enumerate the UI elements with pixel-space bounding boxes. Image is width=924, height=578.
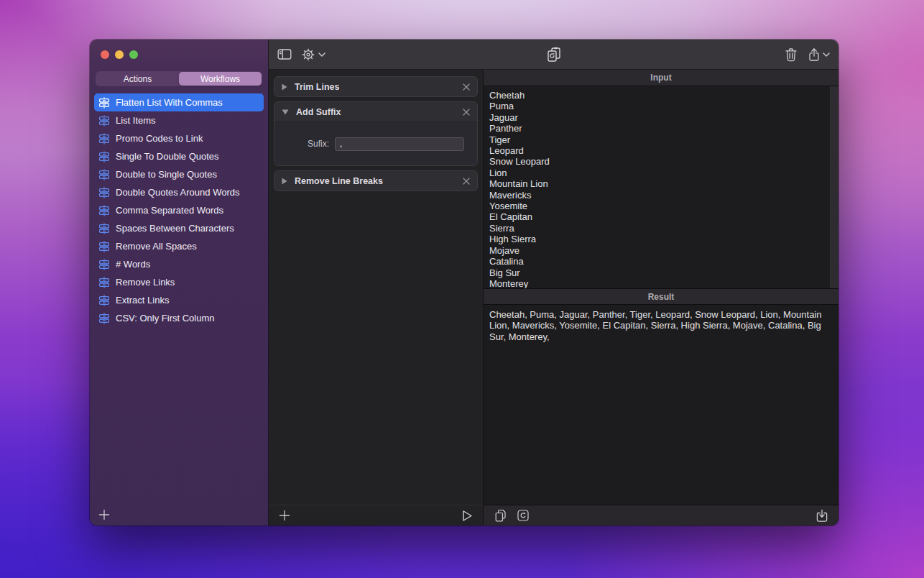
- workflow-list-item[interactable]: Spaces Between Characters: [94, 219, 264, 237]
- tab-actions[interactable]: Actions: [96, 72, 179, 86]
- input-line: Mojave: [489, 245, 824, 256]
- workflow-list-item[interactable]: Promo Codes to Link: [94, 129, 264, 147]
- workflow-stack-icon: [98, 205, 110, 216]
- workflow-item-label: Comma Separated Words: [116, 205, 223, 216]
- save-result-button[interactable]: [816, 509, 828, 523]
- workflow-item-label: CSV: Only First Column: [116, 313, 215, 324]
- run-workflow-button[interactable]: [461, 510, 473, 522]
- workflow-list: Flatten List With Commas List Items: [90, 92, 268, 504]
- close-window-button[interactable]: [101, 50, 109, 59]
- workflow-item-label: Extract Links: [116, 295, 169, 306]
- step-header[interactable]: Trim Lines: [274, 77, 477, 96]
- workflow-list-item[interactable]: Flatten List With Commas: [94, 93, 264, 111]
- workflow-list-item[interactable]: Extract Links: [94, 291, 264, 309]
- workflow-list-item[interactable]: # Words: [94, 255, 264, 273]
- workflow-list-item[interactable]: Remove Links: [94, 273, 264, 291]
- step-header[interactable]: Add Suffix: [274, 102, 477, 121]
- workflow-steps-panel: Trim Lines: [269, 70, 484, 526]
- workflow-item-label: # Words: [116, 259, 150, 270]
- workflow-stack-icon: [98, 241, 110, 252]
- workflow-stack-icon: [98, 187, 110, 198]
- result-textarea[interactable]: Cheetah, Puma, Jaguar, Panther, Tiger, L…: [484, 305, 838, 505]
- step-title: Trim Lines: [295, 82, 456, 92]
- input-line: Monterey: [489, 278, 824, 288]
- workflow-list-item[interactable]: Single To Double Quotes: [94, 147, 264, 165]
- tab-workflows[interactable]: Workflows: [179, 72, 262, 86]
- traffic-lights: [90, 40, 268, 70]
- input-line: Jaguar: [489, 112, 824, 123]
- trash-icon: [785, 47, 798, 62]
- result-text: Cheetah, Puma, Jaguar, Panther, Tiger, L…: [484, 305, 838, 347]
- clipboard-sync-icon: [545, 46, 563, 63]
- remove-step-button[interactable]: [463, 178, 470, 185]
- io-panel: Input Cheetah Puma Jaguar Panther: [484, 70, 838, 526]
- remove-step-button[interactable]: [463, 83, 470, 91]
- run-on-clipboard-button[interactable]: [545, 46, 563, 63]
- play-icon: [461, 510, 473, 522]
- toolbar: [269, 40, 838, 70]
- sidebar-bottom-bar: [90, 504, 268, 526]
- workflow-list-item[interactable]: Double to Single Quotes: [94, 165, 264, 183]
- workflow-item-label: Remove All Spaces: [116, 241, 197, 252]
- input-textarea[interactable]: Cheetah Puma Jaguar Panther Tiger Leopar…: [484, 86, 838, 288]
- io-bottom-bar: [484, 505, 838, 526]
- step-header[interactable]: Remove Line Breaks: [274, 171, 477, 191]
- input-line: Panther: [489, 123, 824, 134]
- workflow-stack-icon: [98, 277, 110, 288]
- step-trim-lines: Trim Lines: [274, 76, 478, 97]
- workflow-item-label: Double Quotes Around Words: [116, 187, 239, 198]
- use-result-as-input-button[interactable]: [517, 509, 530, 522]
- workflow-item-label: Remove Links: [116, 277, 175, 288]
- share-menu-button[interactable]: [808, 47, 830, 62]
- add-step-button[interactable]: [279, 510, 290, 521]
- input-line: Catalina: [489, 256, 824, 267]
- copy-pages-icon: [494, 509, 507, 522]
- minimize-window-button[interactable]: [115, 50, 124, 59]
- input-line: Snow Leopard: [489, 156, 824, 167]
- plus-icon: [279, 510, 290, 521]
- step-settings-menu-button[interactable]: [301, 47, 325, 62]
- input-line: Mavericks: [489, 190, 824, 201]
- workflow-list-item[interactable]: List Items: [94, 111, 264, 129]
- toggle-sidebar-button[interactable]: [277, 48, 292, 60]
- workflow-item-label: Flatten List With Commas: [116, 97, 223, 108]
- workflow-item-label: List Items: [116, 115, 156, 126]
- workflow-list-item[interactable]: Remove All Spaces: [94, 237, 264, 255]
- sidebar-tab-switcher: Actions Workflows: [96, 71, 262, 86]
- add-workflow-button[interactable]: [98, 509, 110, 520]
- workflow-stack-icon: [98, 313, 110, 324]
- input-line: Leopard: [489, 145, 824, 156]
- step-title: Add Suffix: [296, 107, 456, 117]
- delete-workflow-button[interactable]: [785, 47, 798, 62]
- workflow-stack-icon: [98, 151, 110, 162]
- workflow-stack-icon: [98, 295, 110, 306]
- input-scrollbar[interactable]: [830, 86, 838, 288]
- disclosure-collapsed-icon[interactable]: [282, 83, 287, 91]
- workflow-stack-icon: [98, 115, 110, 127]
- chevron-down-icon: [823, 52, 830, 57]
- workflow-list-item[interactable]: Double Quotes Around Words: [94, 183, 264, 201]
- content-area: Trim Lines: [269, 40, 838, 526]
- chevron-down-icon: [318, 52, 325, 57]
- remove-step-button[interactable]: [463, 109, 470, 116]
- workflow-stack-icon: [98, 133, 110, 144]
- workflow-item-label: Single To Double Quotes: [116, 151, 219, 162]
- paste-clipboard-button[interactable]: [494, 509, 507, 522]
- disclosure-collapsed-icon[interactable]: [282, 178, 287, 185]
- steps-bottom-bar: [269, 505, 483, 526]
- close-icon: [463, 83, 470, 91]
- step-options: Sufix:: [274, 121, 477, 165]
- suffix-input[interactable]: [335, 137, 464, 151]
- input-line: Big Sur: [489, 267, 824, 278]
- workflow-stack-icon: [98, 223, 110, 234]
- app-window: Actions Workflows Flatten List With Comm…: [90, 40, 838, 526]
- zoom-window-button[interactable]: [129, 50, 138, 59]
- input-line: High Sierra: [489, 234, 824, 244]
- close-icon: [463, 109, 470, 116]
- workflow-list-item[interactable]: CSV: Only First Column: [94, 309, 264, 327]
- disclosure-expanded-icon[interactable]: [282, 109, 289, 115]
- input-line: Sierra: [489, 223, 824, 234]
- gear-icon: [301, 47, 315, 62]
- workflow-item-label: Promo Codes to Link: [116, 133, 203, 144]
- workflow-list-item[interactable]: Comma Separated Words: [94, 201, 264, 219]
